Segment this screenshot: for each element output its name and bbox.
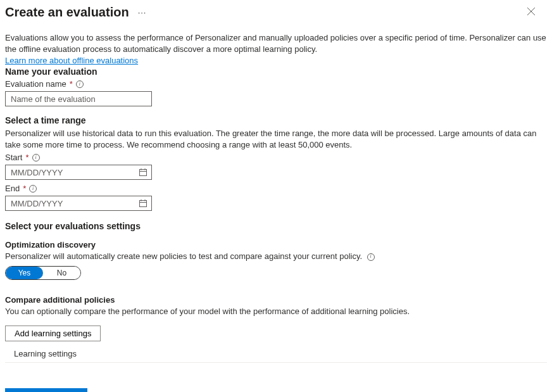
info-icon[interactable]: i	[32, 154, 40, 161]
toggle-yes[interactable]: Yes	[6, 267, 43, 279]
start-date-label: Start	[5, 153, 22, 162]
name-section-heading: Name your evaluation	[5, 66, 547, 77]
info-icon[interactable]: i	[29, 185, 37, 193]
start-evaluation-button[interactable]: Start evaluation	[5, 388, 87, 392]
compare-heading: Compare additional policies	[5, 295, 547, 305]
learning-settings-header: Learning settings	[5, 344, 547, 363]
calendar-icon[interactable]	[139, 168, 147, 177]
more-actions-icon[interactable]: ···	[138, 8, 147, 17]
start-date-input[interactable]	[11, 165, 139, 179]
optimization-desc: Personalizer will automatically create n…	[5, 251, 547, 262]
required-indicator: *	[25, 153, 28, 162]
page-title: Create an evaluation	[5, 5, 129, 20]
info-icon[interactable]: i	[367, 253, 375, 261]
required-indicator: *	[70, 79, 73, 89]
optimization-heading: Optimization discovery	[5, 240, 547, 250]
evaluation-name-label: Evaluation name	[5, 79, 66, 89]
intro-text: Evaluations allow you to assess the perf…	[5, 32, 547, 54]
optimization-toggle[interactable]: Yes No	[5, 266, 81, 280]
toggle-no[interactable]: No	[43, 267, 80, 279]
info-icon[interactable]: i	[76, 80, 84, 88]
calendar-icon[interactable]	[139, 199, 147, 208]
settings-heading: Select your evaluations settings	[5, 221, 547, 231]
end-date-input[interactable]	[11, 196, 139, 210]
learn-more-link[interactable]: Learn more about offline evaluations	[5, 56, 138, 65]
evaluation-name-input[interactable]	[5, 91, 152, 106]
end-date-field[interactable]	[5, 196, 152, 211]
svg-rect-4	[140, 201, 147, 207]
close-icon[interactable]	[527, 7, 536, 18]
time-range-desc: Personalizer will use historical data to…	[5, 128, 547, 150]
time-range-heading: Select a time range	[5, 115, 547, 125]
svg-rect-0	[140, 170, 147, 176]
add-learning-settings-button[interactable]: Add learning settings	[5, 326, 101, 341]
compare-desc: You can optionally compare the performan…	[5, 306, 547, 317]
end-date-label: End	[5, 184, 20, 193]
start-date-field[interactable]	[5, 165, 152, 180]
required-indicator: *	[23, 184, 26, 193]
